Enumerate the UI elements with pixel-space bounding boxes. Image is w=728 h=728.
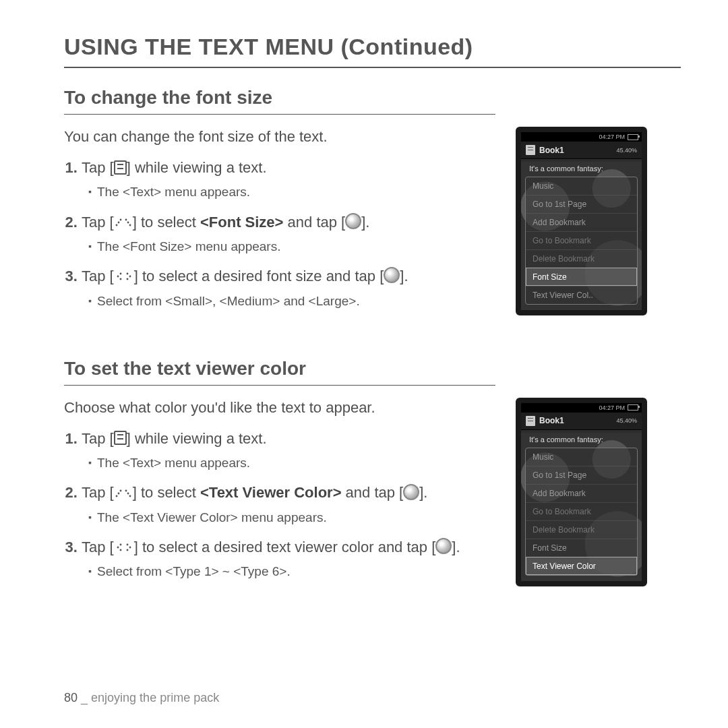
device-menu-item[interactable]: Add Bookmark — [526, 484, 637, 502]
step-text: Tap [ — [82, 539, 114, 555]
document-icon — [526, 145, 535, 155]
footer-sep: _ — [81, 691, 91, 704]
step-text: and tap [ — [341, 484, 403, 501]
device-menu-item[interactable]: Music — [526, 177, 637, 195]
step-text: Tap [ — [82, 430, 114, 447]
step-sub: The <Font Size> menu appears. — [88, 238, 491, 255]
step-bold: <Text Viewer Color> — [200, 484, 342, 501]
menu-icon — [114, 160, 127, 175]
step-text: ] to select — [133, 214, 200, 231]
step-text: ]. — [361, 214, 369, 231]
step-sub: The <Text> menu appears. — [88, 454, 491, 472]
page-number: 80 — [64, 691, 78, 704]
step-text: ]. — [400, 268, 408, 284]
step-text: ] to select — [133, 484, 200, 501]
svg-point-14 — [119, 489, 121, 491]
section2-title: To set the text viewer color — [64, 358, 495, 386]
device-statusbar: 04:27 PM — [521, 403, 642, 413]
svg-point-3 — [125, 218, 127, 220]
device-menu-item[interactable]: Text Viewer Color — [526, 557, 637, 575]
device-menu: MusicGo to 1st PageAdd BookmarkGo to Boo… — [525, 177, 638, 305]
device-percent: 45.40% — [616, 147, 637, 154]
device-menu-item[interactable]: Delete Bookmark — [526, 520, 637, 539]
device-menu-item[interactable]: Go to Bookmark — [526, 231, 637, 249]
step-item: Tap [] to select a desired font size and… — [82, 266, 495, 310]
svg-point-1 — [117, 221, 119, 223]
step-text: ]. — [452, 539, 460, 555]
device-menu-item[interactable]: Go to Bookmark — [526, 502, 637, 520]
ok-icon — [435, 538, 452, 554]
device-time: 04:27 PM — [599, 133, 625, 140]
device-menu-item[interactable]: Go to 1st Page — [526, 466, 637, 484]
device-titlebar: Book145.40% — [521, 142, 642, 159]
device-menu-item[interactable]: Go to 1st Page — [526, 195, 637, 213]
step-text: Tap [ — [82, 159, 114, 176]
step-sub: Select from <Small>, <Medium> and <Large… — [88, 293, 491, 310]
svg-point-8 — [119, 278, 121, 280]
section1-steps: You can change the font size of the text… — [64, 124, 495, 321]
device-menu-item[interactable]: Font Size — [526, 268, 637, 286]
footer-caption: enjoying the prime pack — [91, 691, 219, 704]
section1-intro: You can change the font size of the text… — [64, 128, 495, 146]
ok-icon — [345, 213, 361, 229]
svg-point-23 — [126, 549, 128, 551]
step-text: ] to select a desired text viewer color … — [134, 539, 436, 555]
section2-intro: Choose what color you'd like the text to… — [64, 399, 495, 417]
step-text: ] while viewing a text. — [127, 159, 267, 176]
svg-point-4 — [127, 221, 129, 223]
step-text: and tap [ — [283, 214, 345, 231]
device-caption: It's a common fantasy: — [521, 159, 642, 177]
device-menu-item[interactable]: Delete Bookmark — [526, 249, 637, 268]
section1-title: To change the font size — [64, 87, 495, 115]
ok-icon — [403, 484, 419, 500]
device-menu-item[interactable]: Music — [526, 448, 637, 466]
device-menu: MusicGo to 1st PageAdd BookmarkGo to Boo… — [525, 448, 638, 576]
step-item: Tap [] to select <Font Size> and tap [].… — [82, 212, 495, 256]
svg-point-6 — [119, 273, 121, 275]
battery-icon — [628, 134, 638, 140]
device-menu-item[interactable]: Text Viewer Col.. — [526, 286, 637, 304]
device-menu-item[interactable]: Font Size — [526, 539, 637, 557]
step-sub: Select from <Type 1> ~ <Type 6>. — [88, 563, 491, 580]
device-menu-item[interactable]: Add Bookmark — [526, 213, 637, 231]
device-screenshot-2: 04:27 PMBook145.40%It's a common fantasy… — [516, 398, 647, 586]
step-text: ] to select a desired font size and tap … — [134, 268, 384, 284]
ok-icon — [384, 267, 400, 283]
up-down-icon — [114, 218, 133, 227]
section2-steps: Choose what color you'd like the text to… — [64, 395, 495, 592]
svg-point-22 — [129, 547, 131, 549]
device-titlebar: Book145.40% — [521, 413, 642, 430]
step-item: Tap [] while viewing a text.The <Text> m… — [82, 158, 495, 202]
svg-point-5 — [129, 224, 131, 226]
svg-point-15 — [125, 489, 127, 491]
left-right-icon — [114, 543, 134, 552]
step-text: Tap [ — [82, 268, 114, 284]
up-down-icon — [114, 489, 133, 498]
device-statusbar: 04:27 PM — [521, 132, 642, 142]
device-caption: It's a common fantasy: — [521, 430, 642, 448]
section2-list: Tap [] while viewing a text.The <Text> m… — [82, 429, 495, 581]
page-footer: 80 _ enjoying the prime pack — [64, 691, 219, 705]
left-right-icon — [114, 272, 134, 281]
svg-point-12 — [115, 495, 117, 497]
svg-point-9 — [126, 273, 128, 275]
device-title: Book1 — [539, 146, 564, 155]
device-time: 04:27 PM — [599, 404, 625, 411]
device-screenshot-1: 04:27 PMBook145.40%It's a common fantasy… — [516, 127, 647, 315]
section1-list: Tap [] while viewing a text.The <Text> m… — [82, 158, 495, 310]
step-text: ] while viewing a text. — [127, 430, 267, 447]
step-sub: The <Text> menu appears. — [88, 183, 491, 201]
svg-point-2 — [119, 218, 121, 220]
menu-icon — [114, 431, 127, 445]
svg-point-16 — [127, 492, 129, 494]
page-title: USING THE TEXT MENU (Continued) — [64, 34, 681, 68]
svg-point-18 — [119, 544, 121, 546]
step-sub: The <Text Viewer Color> menu appears. — [88, 509, 491, 526]
document-icon — [526, 416, 535, 426]
battery-icon — [628, 404, 638, 411]
svg-point-10 — [129, 276, 131, 278]
svg-point-17 — [129, 495, 131, 497]
step-item: Tap [] to select <Text Viewer Color> and… — [82, 483, 495, 526]
step-text: Tap [ — [82, 484, 114, 501]
svg-point-0 — [115, 224, 117, 226]
